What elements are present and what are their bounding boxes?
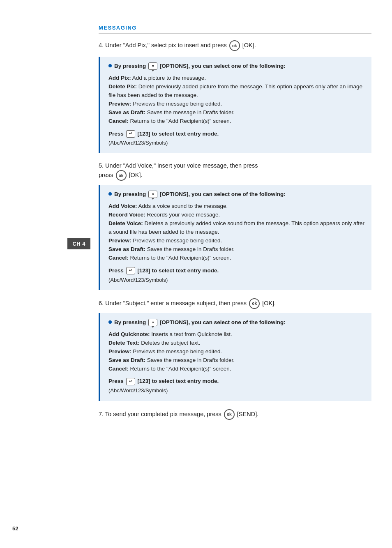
options-icon-6: ▿ [148,319,157,326]
bracket-icon-6: ↵ [126,378,135,385]
press-sub-6: (Abc/Word/123/Symbols) [108,387,365,395]
infobox-step4: By pressing ▿ [OPTIONS], you can select … [99,57,371,153]
bullet-dot-5 [108,192,112,196]
infobox5-body: Add Voice: Adds a voice sound to the mes… [108,202,365,284]
page-container: CH 4 52 MESSAGING 4. Under "Add Pix," se… [0,0,392,548]
page-number: 52 [12,525,18,532]
infobox4-options: [OPTIONS], you can select one of the fol… [160,63,286,69]
bracket-icon-5: ↵ [126,267,135,274]
press-line-6: Press ↵ [123] to select text entry mode. [108,377,365,386]
infobox4-body: Add Pix: Add a picture to the message. D… [108,74,365,147]
infobox5-header: By pressing ▿ [OPTIONS], you can select … [108,191,365,198]
infobox6-body: Add Quicknote: Inserts a text from Quick… [108,330,365,395]
infobox5-prefix: By pressing [114,191,146,197]
press-sub-5: (Abc/Word/123/Symbols) [108,276,365,284]
bullet-dot-4 [108,64,112,67]
infobox-step5: By pressing ▿ [OPTIONS], you can select … [99,185,371,290]
press-line-4: Press ↵ [123] to select text entry mode. [108,130,365,138]
section-title: MESSAGING [99,25,371,34]
infobox-step6: By pressing ▿ [OPTIONS], you can select … [99,313,371,401]
ok-icon-step6: ok [249,298,260,309]
infobox6-prefix: By pressing [114,319,146,325]
ok-icon-step5: ok [116,170,127,181]
infobox4-header: By pressing ▿ [OPTIONS], you can select … [108,62,365,70]
infobox4-prefix: By pressing [114,63,146,69]
infobox6-header: By pressing ▿ [OPTIONS], you can select … [108,319,365,326]
left-sidebar: CH 4 52 [0,0,90,548]
step4-text: 4. Under "Add Pix," select pix to insert… [99,40,371,51]
ok-icon-step4: ok [229,40,240,51]
bullet-dot-6 [108,320,112,324]
step7-text: 7. To send your completed pix message, p… [99,409,371,420]
infobox5-options: [OPTIONS], you can select one of the fol… [160,191,286,197]
options-icon-4: ▿ [148,62,157,70]
press-sub-4: (Abc/Word/123/Symbols) [108,139,365,147]
ok-icon-step7: ok [224,409,235,420]
bracket-icon-4: ↵ [126,130,135,138]
chapter-label: CH 4 [67,238,90,249]
main-content: MESSAGING 4. Under "Add Pix," select pix… [90,0,392,548]
step6-text: 6. Under "Subject," enter a message subj… [99,298,371,309]
infobox6-options: [OPTIONS], you can select one of the fol… [160,319,286,325]
press-line-5: Press ↵ [123] to select text entry mode. [108,267,365,275]
step5-text: 5. Under "Add Voice," insert your voice … [99,161,371,181]
options-icon-5: ▿ [148,191,157,198]
